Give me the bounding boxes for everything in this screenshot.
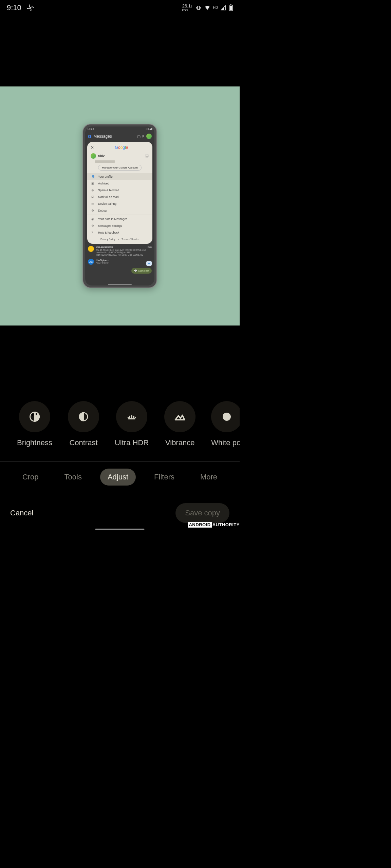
adjustment-controls-row[interactable]: Brightness Contrast Ultra HDR — [0, 401, 240, 447]
tab-adjust[interactable]: Adjust — [100, 469, 136, 486]
menu-item: ⊘Spam & blocked — [87, 187, 152, 194]
menu-item: ?Help & feedback — [87, 229, 152, 236]
menu-item: ☑Mark all as read — [87, 194, 152, 200]
cancel-button[interactable]: Cancel — [10, 509, 33, 517]
pinwheel-icon — [26, 4, 34, 12]
help-icon: ? — [91, 231, 95, 234]
google-g-icon: G — [88, 134, 91, 139]
data-icon: ◉ — [91, 217, 95, 221]
tab-more[interactable]: More — [193, 469, 225, 486]
inner-status-icons: ▫◦▾◢▮ — [146, 127, 152, 131]
svg-rect-0 — [198, 6, 200, 9]
vibrance-icon — [174, 411, 186, 423]
close-icon: ✕ — [91, 145, 94, 150]
tab-filters[interactable]: Filters — [147, 469, 182, 486]
contrast-icon — [78, 411, 89, 422]
tab-tools[interactable]: Tools — [57, 469, 89, 486]
spam-icon: ⊘ — [91, 189, 95, 192]
adjust-label: Ultra HDR — [115, 438, 149, 447]
account-avatar-icon — [91, 153, 96, 159]
profile-avatar-icon — [146, 134, 152, 139]
adjust-label: Contrast — [69, 438, 97, 447]
inner-home-indicator — [108, 284, 132, 284]
menu-item: ▣Archived — [87, 180, 152, 187]
account-popup: ✕ Google Shiv ⌄ Manage your Google Accou… — [87, 142, 152, 244]
battery-icon — [229, 4, 233, 11]
signal-icon — [221, 5, 226, 11]
conversation-item: VM-BOBSMSSun Rs 40.00 debited from A/C X… — [85, 244, 154, 257]
menu-item: ▭Device pairing — [87, 200, 152, 207]
navigation-home-indicator[interactable] — [95, 529, 145, 530]
menu-item: ⚙Messages settings — [87, 222, 152, 229]
svg-point-7 — [32, 414, 34, 416]
white-point-control[interactable]: White poi — [211, 401, 240, 447]
divider — [0, 461, 240, 462]
svg-point-17 — [223, 413, 231, 421]
wifi-icon — [204, 5, 210, 11]
editor-tabs: Crop Tools Adjust Filters More — [0, 469, 240, 486]
debug-icon: ⚙ — [91, 209, 95, 212]
adjust-label: Brightness — [17, 438, 52, 447]
action-bar: Cancel Save copy — [0, 503, 240, 523]
brightness-icon — [29, 411, 41, 423]
vibrate-icon — [196, 5, 202, 11]
watermark: ANDROIDAUTHORITY — [188, 522, 240, 527]
pairing-icon: ▭ — [91, 202, 95, 205]
app-title: Messages — [93, 134, 135, 139]
svg-rect-4 — [230, 4, 231, 5]
vibrance-control[interactable]: Vibrance — [164, 401, 196, 447]
manage-account-button: Manage your Google Account — [98, 165, 141, 171]
account-email-redacted — [95, 160, 115, 163]
start-chat-fab: 💬Start chat — [131, 268, 152, 274]
svg-rect-5 — [230, 6, 232, 11]
menu-item: 👤Your profile — [87, 173, 152, 180]
google-logo: Google — [94, 145, 149, 150]
brightness-control[interactable]: Brightness — [17, 401, 52, 447]
network-speed: 26.1↑ kB/s — [182, 4, 193, 12]
ultra-hdr-control[interactable]: Ultra HDR — [115, 401, 149, 447]
chevron-down-icon: ⌄ — [145, 154, 149, 158]
account-name: Shiv — [98, 154, 143, 158]
whitepoint-icon — [221, 411, 232, 422]
settings-icon: ⚙ — [91, 224, 95, 228]
tab-crop[interactable]: Crop — [15, 469, 46, 486]
adjust-label: White poi — [211, 438, 240, 447]
privacy-link: Privacy Policy — [100, 238, 115, 240]
conv-avatar-icon — [88, 246, 94, 252]
inner-status-time: 10:23 — [87, 127, 94, 131]
markread-icon: ☑ — [91, 195, 95, 199]
hdr-icon — [126, 411, 138, 423]
contrast-control[interactable]: Contrast — [68, 401, 99, 447]
signal-hd-label: HD — [213, 6, 218, 9]
device-status-bar: 9:10 26.1↑ kB/s HD — [0, 0, 240, 15]
menu-item: ⚙Debug — [87, 207, 152, 214]
menu-item: ◉Your data in Messages — [87, 216, 152, 222]
profile-icon: 👤 — [91, 175, 95, 178]
edited-image-content: 10:23 ▫◦▾◢▮ G Messages ▢ ⚲ ✕ Google Shiv… — [82, 124, 157, 288]
conv-avatar-icon: Jio — [88, 259, 94, 265]
header-action-icons: ▢ ⚲ — [137, 134, 144, 139]
fab-compose-icon: + — [146, 261, 152, 266]
image-preview-canvas[interactable]: 10:23 ▫◦▾◢▮ G Messages ▢ ⚲ ✕ Google Shiv… — [0, 86, 240, 326]
save-copy-button[interactable]: Save copy — [175, 503, 229, 523]
status-time: 9:10 — [7, 3, 21, 12]
adjust-label: Vibrance — [165, 438, 194, 447]
terms-link: Terms of Service — [122, 238, 139, 240]
archive-icon: ▣ — [91, 182, 95, 185]
